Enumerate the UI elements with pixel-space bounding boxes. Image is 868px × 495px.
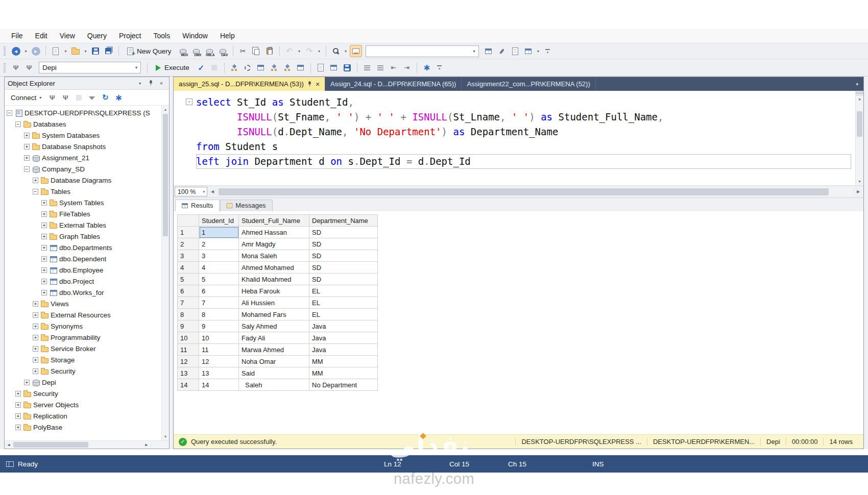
grid-cell[interactable]: Java: [309, 332, 378, 344]
grid-cell[interactable]: 13: [199, 367, 239, 379]
available-databases-combo[interactable]: Depi▾: [39, 62, 141, 73]
tree-item[interactable]: +System Databases: [5, 130, 169, 141]
tree-item[interactable]: +PolyBase: [5, 422, 169, 433]
tree-item[interactable]: +Security: [5, 388, 169, 399]
find-icon[interactable]: [330, 45, 342, 57]
collapse-icon[interactable]: −: [24, 166, 30, 172]
mdx-query-icon[interactable]: MDX: [177, 45, 189, 57]
grid-cell[interactable]: Fady Ali: [239, 332, 309, 344]
tree-item[interactable]: +dbo.Departments: [5, 242, 169, 253]
expand-icon[interactable]: +: [41, 211, 47, 217]
column-header[interactable]: Student_Full_Name: [239, 215, 309, 227]
code-area[interactable]: select St_Id as Student_Id, ISNULL(St_Fn…: [196, 95, 851, 169]
include-live-query-stats-icon[interactable]: [281, 62, 294, 74]
scroll-right-icon[interactable]: ▶: [854, 189, 862, 194]
window-layout-icon[interactable]: [522, 45, 535, 57]
uncomment-icon[interactable]: [374, 62, 387, 74]
zoom-select[interactable]: 100 % ▾: [175, 187, 207, 196]
expand-icon[interactable]: +: [24, 144, 30, 150]
grid-cell[interactable]: EL: [309, 309, 378, 320]
expand-icon[interactable]: +: [33, 178, 38, 183]
window-position-icon[interactable]: ▾: [135, 81, 144, 86]
row-header[interactable]: 2: [178, 238, 199, 250]
expand-icon[interactable]: +: [33, 301, 38, 307]
tree-item[interactable]: +Programmability: [5, 332, 169, 343]
find-dropdown-icon[interactable]: ▾: [343, 49, 349, 54]
grid-cell[interactable]: 10: [199, 332, 239, 344]
grid-cell[interactable]: SD: [309, 262, 378, 274]
scroll-left-icon[interactable]: ◀: [5, 441, 13, 449]
cut-icon[interactable]: [237, 45, 249, 57]
code-line[interactable]: from Student s: [196, 139, 851, 154]
grid-cell[interactable]: Said: [239, 367, 309, 379]
stop-icon[interactable]: [73, 91, 85, 104]
expand-icon[interactable]: +: [15, 402, 21, 408]
grid-cell[interactable]: Ahmed Hassan: [239, 227, 309, 238]
specify-values-icon[interactable]: [421, 62, 433, 74]
grid-cell[interactable]: MM: [309, 367, 378, 379]
expand-icon[interactable]: +: [15, 391, 21, 397]
properties-window-icon[interactable]: [509, 45, 521, 57]
include-actual-plan-icon[interactable]: [268, 62, 280, 74]
connect-button[interactable]: Connect ▾: [7, 92, 45, 103]
sql-editor[interactable]: - select St_Id as Student_Id, ISNULL(St_…: [174, 91, 863, 186]
grid-cell[interactable]: 14: [199, 379, 239, 391]
grid-cell[interactable]: MM: [309, 356, 378, 367]
tab-results[interactable]: Results: [175, 200, 220, 211]
tree-item[interactable]: +Graph Tables: [5, 231, 169, 242]
expand-icon[interactable]: +: [41, 222, 47, 228]
row-header[interactable]: 7: [178, 297, 199, 309]
results-to-grid-icon[interactable]: [328, 62, 340, 74]
redo-icon[interactable]: [303, 45, 316, 57]
scrollbar-thumb[interactable]: [219, 188, 829, 195]
menu-item-query[interactable]: Query: [81, 30, 113, 42]
save-all-icon[interactable]: [103, 45, 115, 57]
scroll-right-icon[interactable]: ▶: [142, 441, 151, 449]
grid-cell[interactable]: Heba Farouk: [239, 285, 309, 297]
expand-icon[interactable]: +: [41, 245, 47, 251]
expand-icon[interactable]: +: [41, 290, 47, 295]
tree-item[interactable]: +dbo.Works_for: [5, 287, 169, 298]
row-header[interactable]: 8: [178, 309, 199, 320]
view-activity-icon[interactable]: [112, 91, 125, 104]
navigate-backward-icon[interactable]: [10, 45, 22, 57]
document-tab[interactable]: assign_25.sql - D...DFPR\KERMENA (53))×: [174, 77, 325, 91]
tree-item[interactable]: +External Tables: [5, 219, 169, 231]
tree-item[interactable]: +Synonyms: [5, 320, 169, 332]
tree-item[interactable]: +Server Objects: [5, 399, 169, 410]
menu-item-project[interactable]: Project: [113, 30, 148, 42]
grid-cell[interactable]: 9: [199, 320, 239, 332]
toolbar-options-button[interactable]: ▾: [544, 49, 551, 54]
tree-item[interactable]: +Assignment_21: [5, 152, 169, 163]
row-header[interactable]: 9: [178, 320, 199, 332]
stop-process-icon[interactable]: [59, 91, 71, 104]
copy-icon[interactable]: [250, 45, 262, 57]
grid-cell[interactable]: 3: [199, 250, 239, 262]
refresh-icon[interactable]: [99, 91, 111, 104]
new-query-button[interactable]: New Query: [123, 44, 176, 58]
grid-cell[interactable]: 4: [199, 262, 239, 274]
scroll-up-icon[interactable]: ▲: [856, 95, 863, 103]
close-icon[interactable]: ×: [157, 80, 166, 86]
scrollbar-thumb[interactable]: [857, 111, 862, 137]
tree-item[interactable]: +Replication: [5, 410, 169, 422]
menu-item-window[interactable]: Window: [176, 30, 214, 42]
code-line[interactable]: ISNULL(d.Dept_Name, 'No Department') as …: [196, 125, 851, 139]
column-header[interactable]: Department_Name: [309, 215, 378, 227]
grid-cell[interactable]: SD: [309, 238, 378, 250]
grid-cell[interactable]: EL: [309, 297, 378, 309]
grid-cell[interactable]: Java: [309, 320, 378, 332]
filter-icon[interactable]: [86, 91, 98, 104]
tree-item[interactable]: +External Resources: [5, 309, 169, 320]
grid-cell[interactable]: SD: [309, 274, 378, 285]
menu-item-tools[interactable]: Tools: [147, 30, 176, 42]
grid-cell[interactable]: 5: [199, 274, 239, 285]
row-header[interactable]: 1: [178, 227, 199, 238]
grid-cell[interactable]: Noha Omar: [239, 356, 309, 367]
search-combo-dropdown-icon[interactable]: ▾: [470, 46, 478, 57]
menu-item-file[interactable]: File: [5, 30, 29, 42]
pin-icon[interactable]: [307, 81, 312, 87]
row-header[interactable]: 3: [178, 250, 199, 262]
tree-item[interactable]: +Database Diagrams: [5, 175, 169, 186]
redo-dropdown-icon[interactable]: ▾: [317, 49, 322, 54]
